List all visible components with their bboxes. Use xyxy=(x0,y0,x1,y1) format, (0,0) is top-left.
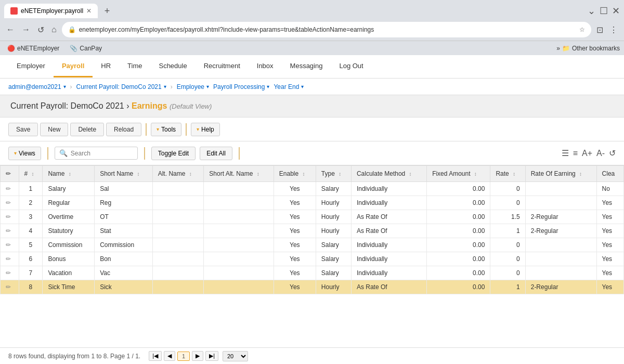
row-edit-icon[interactable]: ✏ xyxy=(1,280,19,294)
table-row[interactable]: ✏ 5 Commission Commission Yes Salary Ind… xyxy=(1,238,624,252)
nav-tab-time[interactable]: Time xyxy=(119,56,150,77)
other-bookmarks-button[interactable]: 📁 Other bookmarks xyxy=(562,45,620,52)
row-short-alt xyxy=(204,252,274,266)
table-body: ✏ 1 Salary Sal Yes Salary Individually 0… xyxy=(1,182,624,294)
toggle-edit-button[interactable]: Toggle Edit xyxy=(151,147,196,160)
row-rate-of-earning xyxy=(525,266,596,280)
edit-all-button[interactable]: Edit All xyxy=(200,147,232,160)
page-title-section[interactable]: Earnings xyxy=(132,101,167,110)
breadcrumb-user[interactable]: admin@demo2021 ▾ xyxy=(8,83,66,90)
breadcrumb-employee[interactable]: Employee ▾ xyxy=(177,83,209,90)
table-row[interactable]: ✏ 8 Sick Time Sick Yes Hourly As Rate Of… xyxy=(1,280,624,294)
table-row[interactable]: ✏ 4 Statutory Stat Yes Hourly As Rate Of… xyxy=(1,224,624,238)
nav-tab-messaging[interactable]: Messaging xyxy=(282,56,331,77)
close-icon[interactable]: ✕ xyxy=(612,5,620,17)
nav-tab-schedule[interactable]: Schedule xyxy=(150,56,195,77)
row-edit-icon[interactable]: ✏ xyxy=(1,252,19,266)
delete-button[interactable]: Delete xyxy=(70,123,104,136)
row-edit-icon[interactable]: ✏ xyxy=(1,182,19,196)
payroll-dropdown-arrow: ▾ xyxy=(164,84,166,89)
row-rate: 0 xyxy=(490,252,525,266)
search-input[interactable] xyxy=(71,150,133,157)
bookmarks-separator: » 📁 Other bookmarks xyxy=(556,45,620,52)
nav-tab-recruitment[interactable]: Recruitment xyxy=(196,56,249,77)
edit-all-header-icon[interactable]: ✏ xyxy=(6,170,11,177)
row-enable: Yes xyxy=(274,252,316,266)
maximize-icon[interactable]: ☐ xyxy=(600,5,608,17)
more-options-icon[interactable]: ⋮ xyxy=(607,23,620,37)
back-button[interactable]: ← xyxy=(4,23,17,36)
bookmark-star-icon[interactable]: ☆ xyxy=(579,26,585,33)
refresh-button[interactable]: ↺ xyxy=(35,23,46,37)
bookmark-canpay[interactable]: 📎 CanPay xyxy=(67,44,105,53)
tools-arrow-icon: ▾ xyxy=(157,126,159,132)
tools-button[interactable]: ▾ Tools xyxy=(151,123,181,136)
table-row[interactable]: ✏ 6 Bonus Bon Yes Salary Individually 0.… xyxy=(1,252,624,266)
filter-clear-icon[interactable]: ≡ xyxy=(573,149,578,158)
prev-page-button[interactable]: ◀ xyxy=(164,351,175,361)
address-bar[interactable]: 🔒 enetemployer.com/myEmployer/faces/payr… xyxy=(62,22,591,37)
font-decrease-icon[interactable]: A- xyxy=(596,149,605,158)
bookmarks-chevron-icon[interactable]: » xyxy=(556,45,560,52)
page-title-main: Current Payroll: DemoCo 2021 xyxy=(10,101,124,110)
new-tab-button[interactable]: + xyxy=(100,4,114,18)
reload-button[interactable]: Reload xyxy=(106,123,141,136)
row-edit-icon[interactable]: ✏ xyxy=(1,238,19,252)
bookmark-enetemployer[interactable]: 🔴 eNETEmployer xyxy=(4,44,62,53)
row-edit-icon[interactable]: ✏ xyxy=(1,210,19,224)
other-bookmarks-label: Other bookmarks xyxy=(572,45,620,52)
home-button[interactable]: ⌂ xyxy=(49,23,59,36)
minimize-icon[interactable]: ⌄ xyxy=(588,5,595,17)
nav-tab-logout[interactable]: Log Out xyxy=(331,56,371,77)
row-type: Hourly xyxy=(316,210,351,224)
row-num: 6 xyxy=(19,252,43,266)
browser-tab-active[interactable]: e eNETEmployer:payroll ✕ xyxy=(4,4,98,18)
save-button[interactable]: Save xyxy=(8,123,38,136)
table-row[interactable]: ✏ 7 Vacation Vac Yes Salary Individually… xyxy=(1,266,624,280)
row-name: Overtime xyxy=(43,210,95,224)
col-edit-header: ✏ xyxy=(1,166,19,182)
row-num: 3 xyxy=(19,210,43,224)
search-box[interactable]: 🔍 xyxy=(55,147,138,160)
row-calc-method: As Rate Of xyxy=(351,280,426,294)
row-edit-icon[interactable]: ✏ xyxy=(1,196,19,210)
breadcrumb-year-end-label: Year End xyxy=(274,83,299,90)
font-increase-icon[interactable]: A+ xyxy=(582,149,592,158)
filter-icon[interactable]: ☰ xyxy=(562,148,569,158)
breadcrumb-payroll-processing[interactable]: Payroll Processing ▾ xyxy=(213,83,269,90)
top-nav: Employer Payroll HR Time Schedule Recrui… xyxy=(0,55,624,79)
year-end-dropdown-arrow: ▾ xyxy=(301,84,304,89)
nav-tab-employer[interactable]: Employer xyxy=(8,56,54,77)
help-button[interactable]: ▾ Help xyxy=(191,123,220,136)
row-num: 8 xyxy=(19,280,43,294)
views-button[interactable]: ▾ Views xyxy=(8,147,41,160)
folder-icon: 📁 xyxy=(562,45,570,52)
new-button[interactable]: New xyxy=(40,123,68,136)
row-enable: Yes xyxy=(274,182,316,196)
per-page-select[interactable]: 10 20 50 100 xyxy=(223,351,248,361)
breadcrumb-payroll-processing-label: Payroll Processing xyxy=(213,83,265,90)
breadcrumb-year-end[interactable]: Year End ▾ xyxy=(274,83,304,90)
next-page-button[interactable]: ▶ xyxy=(192,351,203,361)
toolbar-divider-1 xyxy=(146,123,147,136)
nav-tab-inbox[interactable]: Inbox xyxy=(249,56,282,77)
toolbar-divider-2 xyxy=(186,123,187,136)
row-edit-icon[interactable]: ✏ xyxy=(1,224,19,238)
first-page-button[interactable]: |◀ xyxy=(149,351,162,361)
page-header: Current Payroll: DemoCo 2021 › Earnings … xyxy=(0,95,624,118)
row-calc-method: As Rate Of xyxy=(351,210,426,224)
refresh-table-icon[interactable]: ↺ xyxy=(609,148,616,158)
breadcrumb-payroll[interactable]: Current Payroll: DemoCo 2021 ▾ xyxy=(76,83,166,90)
extensions-icon[interactable]: ⊡ xyxy=(594,23,605,37)
table-row[interactable]: ✏ 2 Regular Reg Yes Hourly Individually … xyxy=(1,196,624,210)
nav-tab-hr[interactable]: HR xyxy=(93,56,119,77)
nav-tab-payroll[interactable]: Payroll xyxy=(54,56,93,77)
row-calc-method: Individually xyxy=(351,252,426,266)
browser-toolbar: ← → ↺ ⌂ 🔒 enetemployer.com/myEmployer/fa… xyxy=(0,19,624,41)
forward-button[interactable]: → xyxy=(20,23,32,36)
table-row[interactable]: ✏ 1 Salary Sal Yes Salary Individually 0… xyxy=(1,182,624,196)
row-edit-icon[interactable]: ✏ xyxy=(1,266,19,280)
table-row[interactable]: ✏ 3 Overtime OT Yes Hourly As Rate Of 0.… xyxy=(1,210,624,224)
tab-close-button[interactable]: ✕ xyxy=(86,7,92,15)
last-page-button[interactable]: ▶| xyxy=(205,351,218,361)
